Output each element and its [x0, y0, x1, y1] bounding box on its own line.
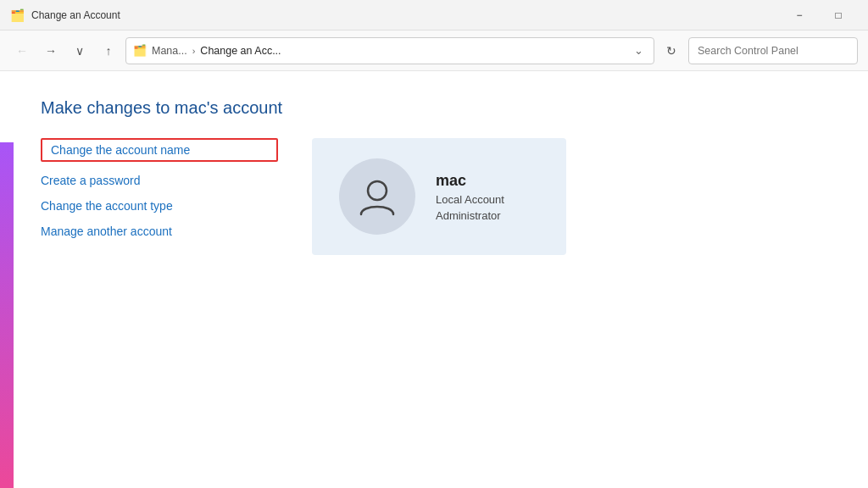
main-content: Make changes to mac's account Change the…: [0, 71, 868, 488]
address-icon: 🗂️: [133, 44, 147, 57]
address-bar-row: ← → ∨ ↑ 🗂️ Mana... › Change an Acc... ⌄ …: [0, 30, 868, 71]
up-arrow-icon: ↑: [106, 44, 112, 58]
title-bar: 🗂️ Change an Account − □: [0, 0, 868, 30]
back-arrow-icon: ←: [16, 44, 28, 58]
back-button[interactable]: ←: [10, 39, 34, 63]
change-account-type-link[interactable]: Change the account type: [41, 199, 278, 213]
breadcrumb-part2[interactable]: Change an Acc...: [200, 45, 281, 57]
create-password-link[interactable]: Create a password: [41, 174, 278, 187]
user-card: mac Local Account Administrator: [312, 138, 566, 255]
title-bar-text: Change an Account: [31, 9, 773, 21]
title-bar-controls: − □: [780, 0, 858, 30]
user-detail-local-account: Local Account: [436, 193, 504, 206]
avatar: [339, 158, 415, 235]
forward-button[interactable]: →: [39, 39, 63, 63]
refresh-button[interactable]: ↻: [659, 39, 683, 63]
address-dropdown-icon[interactable]: ⌄: [631, 42, 647, 58]
sidebar-strip: [0, 142, 14, 488]
change-account-name-link[interactable]: Change the account name: [41, 138, 278, 162]
user-name: mac: [436, 172, 504, 190]
page-title: Make changes to mac's account: [41, 98, 827, 118]
breadcrumb-part1: Mana...: [152, 45, 187, 57]
up-button[interactable]: ↑: [97, 39, 120, 63]
dropdown-button[interactable]: ∨: [68, 39, 92, 63]
title-bar-icon: 🗂️: [10, 8, 25, 22]
forward-arrow-icon: →: [45, 44, 57, 58]
dropdown-arrow-icon: ∨: [75, 44, 84, 58]
minimize-button[interactable]: −: [780, 0, 819, 30]
manage-another-account-link[interactable]: Manage another account: [41, 225, 278, 238]
content-area: Change the account name Create a passwor…: [41, 138, 827, 255]
maximize-button[interactable]: □: [819, 0, 858, 30]
user-detail-administrator: Administrator: [436, 209, 504, 222]
refresh-icon: ↻: [666, 44, 676, 58]
breadcrumb-separator: ›: [192, 46, 196, 56]
user-info: mac Local Account Administrator: [436, 172, 504, 222]
links-section: Change the account name Create a passwor…: [41, 138, 278, 238]
svg-point-0: [368, 181, 387, 200]
search-input[interactable]: [688, 37, 858, 64]
address-box[interactable]: 🗂️ Mana... › Change an Acc... ⌄: [125, 37, 654, 64]
avatar-icon: [354, 174, 400, 219]
